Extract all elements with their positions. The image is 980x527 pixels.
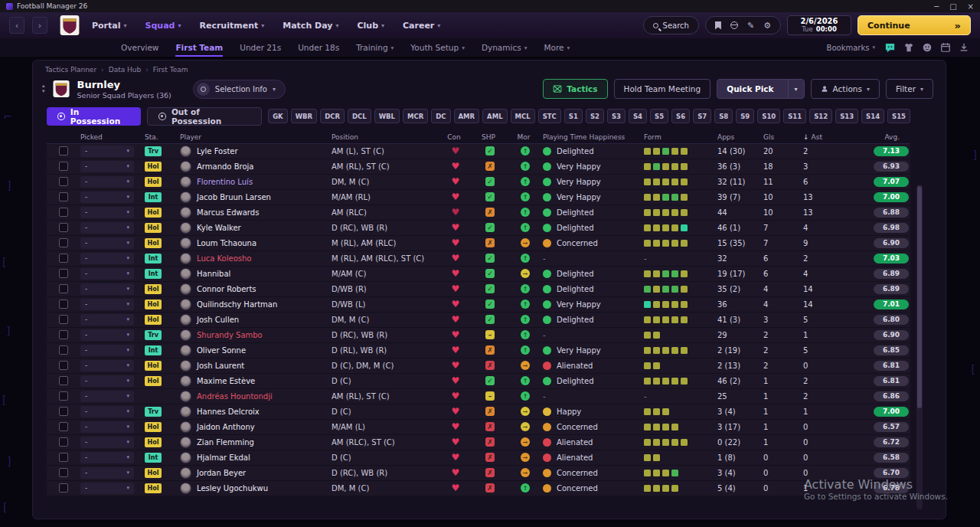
tab-first-team[interactable]: First Team bbox=[175, 38, 223, 57]
position-filter-mcl[interactable]: MCL bbox=[511, 109, 535, 123]
position-filter-mcr[interactable]: MCR bbox=[403, 109, 428, 123]
tab-out-of-possession[interactable]: Out of Possession bbox=[147, 107, 262, 126]
position-filter-gk[interactable]: GK bbox=[268, 109, 288, 123]
picked-dropdown[interactable]: -▾ bbox=[80, 191, 134, 203]
picked-dropdown[interactable]: -▾ bbox=[80, 467, 134, 479]
position-filter-wbr[interactable]: WBR bbox=[291, 109, 317, 123]
player-name[interactable]: Hannes Delcroix bbox=[197, 408, 260, 416]
tab-overview[interactable]: Overview bbox=[121, 38, 158, 57]
col-picked[interactable]: Picked bbox=[80, 133, 145, 141]
position-filter-dcr[interactable]: DCR bbox=[320, 109, 345, 123]
tab-under-18s[interactable]: Under 18s bbox=[298, 38, 339, 57]
row-checkbox[interactable] bbox=[59, 300, 68, 309]
chat-icon[interactable] bbox=[884, 42, 896, 54]
tab-in-possession[interactable]: In Possession bbox=[47, 107, 141, 126]
table-row[interactable]: -▾ Hol Quilindschy Hartman D/WB (L) ♥ ✓ … bbox=[47, 297, 910, 313]
player-name[interactable]: Luca Koleosho bbox=[197, 254, 251, 263]
picked-dropdown[interactable]: -▾ bbox=[80, 253, 134, 264]
player-name[interactable]: Kyle Walker bbox=[197, 224, 241, 232]
player-name[interactable]: Zian Flemming bbox=[197, 438, 254, 447]
col-gls[interactable]: Gls bbox=[763, 133, 803, 141]
table-row[interactable]: -▾ Trv Shurandy Sambo D (RC), WB (R) ♥ –… bbox=[47, 328, 910, 343]
search-button[interactable]: Search bbox=[643, 16, 699, 34]
tactics-button[interactable]: Tactics bbox=[543, 79, 607, 99]
menu-squad[interactable]: Squad▾ bbox=[145, 21, 181, 31]
tab-under-21s[interactable]: Under 21s bbox=[240, 38, 281, 57]
player-name[interactable]: Hjalmar Ekdal bbox=[197, 453, 250, 462]
player-name[interactable]: Marcus Edwards bbox=[197, 208, 259, 217]
position-filter-wbl[interactable]: WBL bbox=[374, 109, 400, 123]
table-row[interactable]: -▾ Hol Josh Laurent D (C), DM, M (C) ♥ ✗… bbox=[47, 358, 910, 374]
table-row[interactable]: -▾ Int Hjalmar Ekdal D (C) ♥ ✗ → Alienat… bbox=[47, 450, 910, 466]
menu-match-day[interactable]: Match Day▾ bbox=[283, 21, 338, 31]
forward-button[interactable]: › bbox=[32, 17, 47, 34]
table-row[interactable]: -▾ Int Hannibal M/AM (C) ♥ ✓ → Delighted… bbox=[47, 267, 910, 282]
picked-dropdown[interactable]: -▾ bbox=[80, 207, 134, 218]
position-filter-s8[interactable]: S8 bbox=[714, 109, 733, 123]
player-name[interactable]: Hannibal bbox=[197, 270, 230, 278]
player-name[interactable]: Jordan Beyer bbox=[197, 469, 246, 477]
scrollbar-thumb[interactable] bbox=[917, 186, 922, 408]
col-ast[interactable]: ↓ Ast bbox=[803, 133, 846, 141]
table-row[interactable]: -▾ Hol Jaidon Anthony M/AM (L) ♥ ✗ → Con… bbox=[47, 420, 910, 435]
menu-club[interactable]: Club▾ bbox=[357, 21, 384, 31]
back-button[interactable]: ‹ bbox=[9, 17, 24, 34]
tab-training[interactable]: Training▾ bbox=[356, 38, 394, 57]
table-row[interactable]: -▾ Hol Loum Tchaouna M (RL), AM (RLC) ♥ … bbox=[47, 236, 910, 251]
table-row[interactable]: -▾ Int Luca Koleosho M (RL), AM (RLC), S… bbox=[47, 251, 910, 267]
position-filter-s7[interactable]: S7 bbox=[693, 109, 711, 123]
col-form[interactable]: Form bbox=[644, 133, 717, 141]
row-checkbox[interactable] bbox=[59, 192, 68, 201]
picked-dropdown[interactable]: -▾ bbox=[80, 176, 134, 188]
col-apps[interactable]: Apps bbox=[717, 133, 763, 141]
picked-dropdown[interactable]: -▾ bbox=[80, 146, 134, 157]
table-row[interactable]: -▾ Trv Lyle Foster AM (L), ST (C) ♥ ✓ ↑ … bbox=[47, 144, 910, 159]
breadcrumb-item[interactable]: Data Hub bbox=[109, 66, 142, 74]
breadcrumb-item[interactable]: Tactics Planner bbox=[45, 66, 96, 74]
position-filter-s13[interactable]: S13 bbox=[835, 109, 858, 123]
position-filter-s14[interactable]: S14 bbox=[861, 109, 884, 123]
table-row[interactable]: -▾ Hol Jordan Beyer D (RC), WB (R) ♥ ✗ →… bbox=[47, 466, 910, 481]
table-row[interactable]: -▾ Hol Marcus Edwards AM (RLC) ♥ ✗ ↑ Del… bbox=[47, 205, 910, 221]
position-filter-s10[interactable]: S10 bbox=[757, 109, 780, 123]
settings-icon[interactable]: ⚙ bbox=[763, 21, 771, 30]
player-name[interactable]: Oliver Sonne bbox=[197, 346, 246, 355]
globe-icon[interactable] bbox=[730, 21, 738, 29]
bookmarks-dropdown[interactable]: Bookmarks ▾ bbox=[827, 44, 875, 52]
close-button[interactable]: × bbox=[968, 2, 974, 11]
row-checkbox[interactable] bbox=[59, 254, 68, 263]
breadcrumb-item[interactable]: First Team bbox=[153, 66, 188, 74]
picked-dropdown[interactable]: -▾ bbox=[80, 391, 134, 402]
picked-dropdown[interactable]: -▾ bbox=[80, 314, 134, 326]
row-checkbox[interactable] bbox=[59, 238, 68, 247]
table-row[interactable]: -▾ Hol Kyle Walker D (RC), WB (R) ♥ ✓ ↑ … bbox=[47, 221, 910, 236]
picked-dropdown[interactable]: -▾ bbox=[80, 329, 134, 341]
row-checkbox[interactable] bbox=[59, 437, 68, 447]
col-happiness[interactable]: Playing Time Happiness bbox=[543, 133, 644, 141]
player-name[interactable]: Quilindschy Hartman bbox=[197, 300, 277, 309]
position-filter-s1[interactable]: S1 bbox=[564, 109, 583, 123]
row-checkbox[interactable] bbox=[59, 407, 68, 416]
position-filter-dc[interactable]: DC bbox=[431, 109, 450, 123]
col-player[interactable]: Player bbox=[180, 133, 332, 141]
table-row[interactable]: -▾ Int Oliver Sonne D (RL), WB (R) ♥ ✗ ↑… bbox=[47, 343, 910, 358]
table-row[interactable]: -▾ Int Jacob Bruun Larsen M/AM (RL) ♥ ✓ … bbox=[47, 190, 910, 205]
picked-dropdown[interactable]: -▾ bbox=[80, 299, 134, 310]
row-checkbox[interactable] bbox=[59, 223, 68, 232]
menu-recruitment[interactable]: Recruitment▾ bbox=[199, 21, 264, 31]
picked-dropdown[interactable]: -▾ bbox=[80, 421, 134, 433]
quick-pick-button[interactable]: Quick Pick ▾ bbox=[717, 79, 804, 99]
position-filter-s11[interactable]: S11 bbox=[783, 109, 806, 123]
picked-dropdown[interactable]: -▾ bbox=[80, 406, 134, 417]
row-checkbox[interactable] bbox=[59, 162, 68, 171]
table-row[interactable]: -▾ Hol Connor Roberts D/WB (R) ♥ ✓ ↑ Del… bbox=[47, 282, 910, 297]
hold-team-meeting-button[interactable]: Hold Team Meeting bbox=[614, 79, 711, 99]
menu-portal[interactable]: Portal▾ bbox=[92, 21, 127, 31]
col-con[interactable]: Con bbox=[447, 133, 464, 141]
face-icon[interactable] bbox=[922, 42, 933, 53]
player-name[interactable]: Jaidon Anthony bbox=[197, 423, 255, 431]
row-checkbox[interactable] bbox=[59, 284, 68, 293]
player-name[interactable]: Shurandy Sambo bbox=[197, 331, 263, 339]
table-row[interactable]: -▾ Hol Florentino Luís DM, M (C) ♥ ✓ ↑ V… bbox=[47, 175, 910, 190]
player-name[interactable]: Loum Tchaouna bbox=[197, 239, 256, 247]
